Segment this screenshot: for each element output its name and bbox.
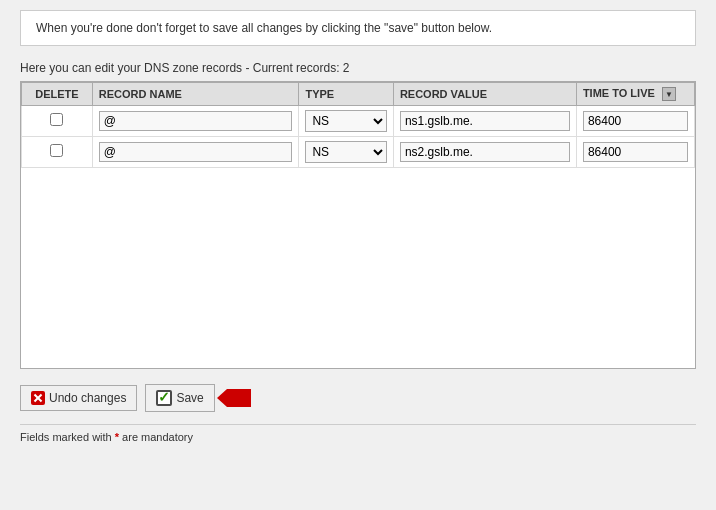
record-name-input-1[interactable]: [99, 111, 293, 131]
notice-text: When you're done don't forget to save al…: [36, 21, 492, 35]
ttl-dropdown-icon[interactable]: ▼: [662, 87, 676, 101]
notice-box: When you're done don't forget to save al…: [20, 10, 696, 46]
record-name-input-2[interactable]: [99, 142, 293, 162]
main-container: When you're done don't forget to save al…: [0, 0, 716, 510]
buttons-row: Undo changes Save: [20, 384, 696, 412]
delete-cell-1: [22, 106, 93, 137]
type-cell-2: NS A CNAME MX TXT: [299, 137, 393, 168]
header-record-value: RECORD VALUE: [393, 83, 576, 106]
record-value-input-1[interactable]: [400, 111, 570, 131]
dns-table: DELETE RECORD NAME TYPE RECORD VALUE TIM…: [21, 82, 695, 168]
table-header-row: DELETE RECORD NAME TYPE RECORD VALUE TIM…: [22, 83, 695, 106]
undo-button[interactable]: Undo changes: [20, 385, 137, 411]
record-value-input-2[interactable]: [400, 142, 570, 162]
table-row: NS A CNAME MX TXT: [22, 106, 695, 137]
table-row: NS A CNAME MX TXT: [22, 137, 695, 168]
save-label: Save: [176, 391, 203, 405]
header-record-name: RECORD NAME: [92, 83, 299, 106]
delete-cell-2: [22, 137, 93, 168]
undo-label: Undo changes: [49, 391, 126, 405]
type-select-2[interactable]: NS A CNAME MX TXT: [305, 141, 386, 163]
record-value-cell-2: [393, 137, 576, 168]
record-name-cell-1: [92, 106, 299, 137]
x-icon: [31, 391, 45, 405]
header-delete: DELETE: [22, 83, 93, 106]
mandatory-text: Fields marked with * are mandatory: [20, 424, 696, 443]
record-name-cell-2: [92, 137, 299, 168]
delete-checkbox-2[interactable]: [50, 144, 63, 157]
record-value-cell-1: [393, 106, 576, 137]
save-button[interactable]: Save: [145, 384, 214, 412]
type-select-1[interactable]: NS A CNAME MX TXT: [305, 110, 386, 132]
arrow-icon: [227, 389, 251, 407]
ttl-cell-1: [576, 106, 694, 137]
type-cell-1: NS A CNAME MX TXT: [299, 106, 393, 137]
header-type: TYPE: [299, 83, 393, 106]
ttl-input-2[interactable]: [583, 142, 688, 162]
check-icon: [156, 390, 172, 406]
header-ttl: TIME TO LIVE ▼: [576, 83, 694, 106]
delete-checkbox-1[interactable]: [50, 113, 63, 126]
dns-table-container: DELETE RECORD NAME TYPE RECORD VALUE TIM…: [20, 81, 696, 369]
empty-rows-area: [21, 168, 695, 368]
info-text: Here you can edit your DNS zone records …: [20, 61, 696, 75]
ttl-input-1[interactable]: [583, 111, 688, 131]
ttl-cell-2: [576, 137, 694, 168]
